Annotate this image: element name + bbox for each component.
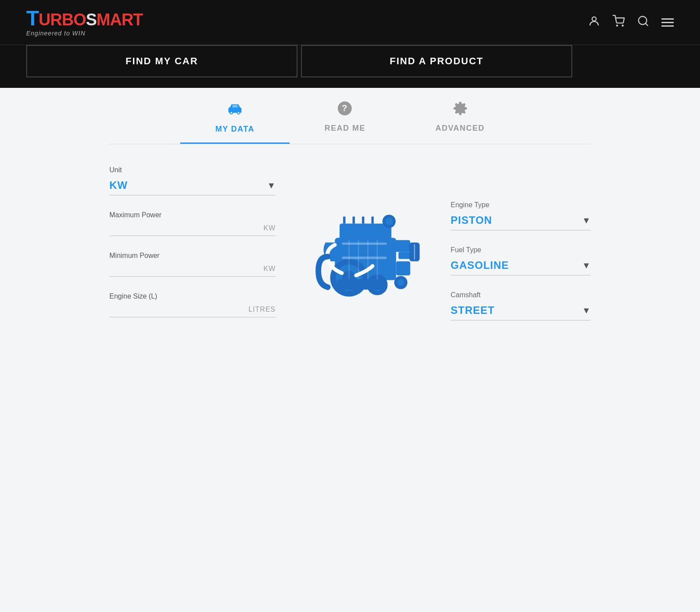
- svg-point-1: [616, 25, 617, 26]
- user-icon[interactable]: [588, 15, 600, 30]
- camshaft-field: Camshaft STREET ▼: [451, 291, 591, 320]
- engine-size-input-row: LITRES: [109, 306, 276, 317]
- unit-field: Unit KW ▼: [109, 166, 276, 195]
- max-power-unit: KW: [263, 224, 276, 232]
- engine-size-field: Engine Size (L) LITRES: [109, 292, 276, 317]
- engine-type-select[interactable]: PISTON ▼: [451, 214, 591, 230]
- right-column: Engine Type PISTON ▼ Fuel Type GASOLINE …: [451, 166, 591, 320]
- tab-advanced[interactable]: ADVANCED: [400, 88, 520, 144]
- tab-advanced-label: ADVANCED: [435, 124, 485, 133]
- engine-size-unit: LITRES: [248, 306, 276, 313]
- svg-rect-27: [337, 279, 385, 289]
- search-icon[interactable]: [637, 15, 649, 30]
- engine-size-input[interactable]: [109, 306, 245, 313]
- header: TURBOSMART Engineered to WIN: [0, 0, 700, 45]
- hamburger-line-2: [662, 22, 674, 23]
- svg-point-26: [398, 279, 404, 285]
- svg-point-2: [622, 25, 623, 26]
- camshaft-value: STREET: [451, 304, 495, 316]
- engine-svg: [302, 195, 424, 318]
- svg-rect-10: [232, 105, 238, 108]
- find-a-product-button[interactable]: FIND A PRODUCT: [301, 45, 572, 77]
- min-power-label: Minimum Power: [109, 252, 276, 260]
- max-power-label: Maximum Power: [109, 211, 276, 219]
- car-icon: [227, 101, 243, 120]
- min-power-field: Minimum Power KW: [109, 252, 276, 277]
- main-content: MY DATA ? READ ME ADVANCED: [0, 88, 700, 612]
- fuel-type-select[interactable]: GASOLINE ▼: [451, 259, 591, 275]
- camshaft-chevron-icon: ▼: [582, 306, 591, 316]
- engine-type-label: Engine Type: [451, 201, 591, 209]
- camshaft-select[interactable]: STREET ▼: [451, 304, 591, 320]
- svg-rect-28: [396, 261, 410, 275]
- find-my-car-button[interactable]: FIND MY CAR: [26, 45, 298, 77]
- unit-select[interactable]: KW ▼: [109, 179, 276, 195]
- fuel-type-field: Fuel Type GASOLINE ▼: [451, 246, 591, 275]
- logo: TURBOSMART Engineered to WIN: [26, 8, 143, 37]
- max-power-input[interactable]: [109, 224, 260, 232]
- hamburger-line-1: [662, 18, 674, 20]
- tabs: MY DATA ? READ ME ADVANCED: [109, 88, 591, 144]
- logo-tagline: Engineered to WIN: [26, 30, 143, 37]
- logo-text: TURBOSMART: [26, 8, 143, 29]
- engine-size-label: Engine Size (L): [109, 292, 276, 300]
- svg-rect-18: [399, 252, 410, 259]
- question-icon: ?: [337, 101, 352, 119]
- fuel-type-value: GASOLINE: [451, 259, 509, 271]
- engine-type-field: Engine Type PISTON ▼: [451, 201, 591, 230]
- engine-type-chevron-icon: ▼: [582, 216, 591, 226]
- svg-point-7: [231, 112, 232, 114]
- hamburger-line-3: [662, 25, 674, 27]
- camshaft-label: Camshaft: [451, 291, 591, 299]
- svg-rect-14: [340, 223, 391, 240]
- unit-label: Unit: [109, 166, 276, 174]
- min-power-unit: KW: [263, 265, 276, 273]
- gear-icon: [453, 101, 468, 119]
- svg-point-9: [238, 112, 239, 114]
- engine-type-value: PISTON: [451, 214, 492, 226]
- svg-line-4: [645, 23, 648, 25]
- svg-rect-17: [394, 240, 410, 252]
- engine-illustration: [293, 166, 433, 320]
- tab-read-me-label: READ ME: [325, 124, 366, 133]
- min-power-input-row: KW: [109, 265, 276, 277]
- tab-read-me[interactable]: ? READ ME: [290, 88, 401, 144]
- max-power-field: Maximum Power KW: [109, 211, 276, 236]
- svg-point-0: [592, 17, 596, 21]
- min-power-input[interactable]: [109, 265, 260, 273]
- cart-icon[interactable]: [612, 15, 625, 30]
- unit-chevron-icon: ▼: [267, 181, 276, 191]
- unit-value: KW: [109, 179, 128, 191]
- svg-text:?: ?: [342, 103, 348, 113]
- tab-my-data[interactable]: MY DATA: [180, 88, 290, 144]
- svg-point-16: [385, 217, 393, 225]
- form-area: Unit KW ▼ Maximum Power KW Minimum Power: [109, 166, 591, 320]
- tab-my-data-label: MY DATA: [215, 125, 255, 134]
- nav-buttons: FIND MY CAR FIND A PRODUCT: [0, 45, 700, 88]
- max-power-input-row: KW: [109, 224, 276, 236]
- fuel-type-label: Fuel Type: [451, 246, 591, 254]
- fuel-type-chevron-icon: ▼: [582, 261, 591, 271]
- left-column: Unit KW ▼ Maximum Power KW Minimum Power: [109, 166, 276, 320]
- header-icons: [588, 15, 674, 30]
- hamburger-icon[interactable]: [662, 18, 674, 27]
